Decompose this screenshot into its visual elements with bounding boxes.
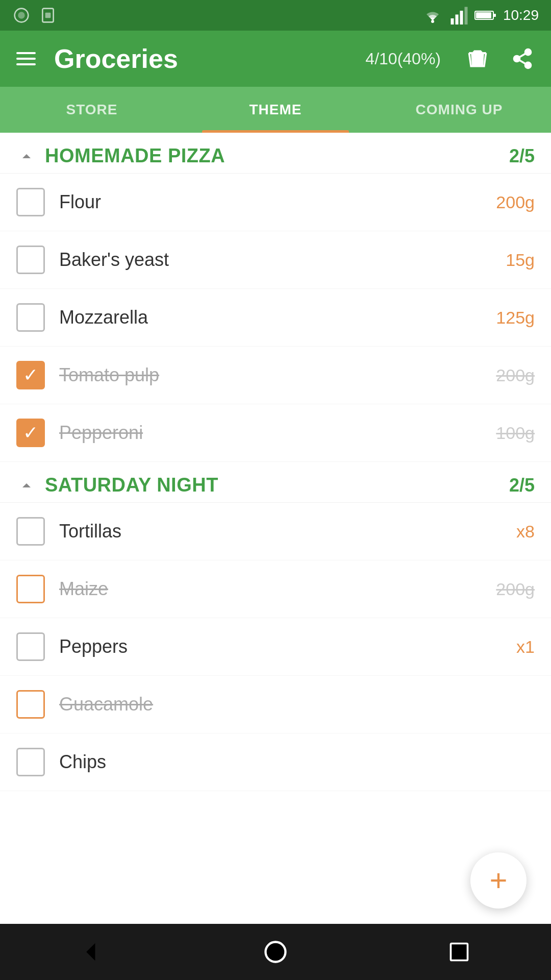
- delete-button[interactable]: [465, 46, 490, 71]
- status-bar: 10:29: [0, 0, 551, 31]
- item-qty-pepperoni: 100g: [496, 423, 535, 443]
- app-bar-actions: [465, 46, 535, 71]
- add-button[interactable]: +: [470, 852, 527, 909]
- checkbox-tortillas[interactable]: [16, 517, 45, 546]
- list-item: Guacamole: [0, 676, 551, 733]
- item-qty-peppers: x1: [516, 637, 535, 657]
- tab-theme[interactable]: THEME: [184, 87, 367, 133]
- menu-button[interactable]: [16, 52, 36, 65]
- item-name-bakers-yeast: Baker's yeast: [59, 249, 497, 271]
- svg-rect-5: [450, 18, 454, 24]
- item-name-pepperoni: Pepperoni: [59, 422, 488, 444]
- list-item: ✓ Pepperoni 100g: [0, 404, 551, 462]
- checkbox-mozzarella[interactable]: [16, 303, 45, 332]
- list-item: Flour 200g: [0, 174, 551, 231]
- svg-point-18: [525, 50, 531, 55]
- svg-rect-8: [464, 7, 467, 25]
- list-item: Tortillas x8: [0, 503, 551, 560]
- item-qty-maize: 200g: [496, 579, 535, 599]
- tabs: STORE THEME COMING UP: [0, 87, 551, 133]
- checkbox-pepperoni[interactable]: ✓: [16, 419, 45, 447]
- item-name-chips: Chips: [59, 751, 535, 773]
- home-button[interactable]: [250, 934, 301, 970]
- svg-marker-23: [86, 943, 95, 961]
- section-header-saturday-night: SATURDAY NIGHT 2/5: [0, 462, 551, 503]
- item-name-tortillas: Tortillas: [59, 521, 508, 542]
- item-name-flour: Flour: [59, 191, 488, 213]
- section-homemade-pizza: HOMEMADE PIZZA 2/5 Flour 200g Baker's ye…: [0, 133, 551, 462]
- item-qty-tomato-pulp: 200g: [496, 365, 535, 385]
- sim-icon: [39, 6, 57, 24]
- list-item: Maize 200g: [0, 560, 551, 618]
- checkbox-peppers[interactable]: [16, 632, 45, 661]
- svg-point-19: [514, 56, 520, 62]
- checkbox-chips[interactable]: [16, 748, 45, 776]
- app-bar: Groceries 4/10(40%): [0, 31, 551, 87]
- checkbox-maize[interactable]: [16, 575, 45, 603]
- checkmark-icon: ✓: [23, 424, 38, 442]
- item-qty-tortillas: x8: [516, 522, 535, 542]
- section-saturday-night: SATURDAY NIGHT 2/5 Tortillas x8 Maize 20…: [0, 462, 551, 791]
- checkbox-guacamole[interactable]: [16, 690, 45, 719]
- recent-button[interactable]: [434, 934, 485, 970]
- section-title-saturday-night: SATURDAY NIGHT: [45, 474, 509, 496]
- status-bar-right: 10:29: [421, 6, 539, 24]
- item-name-maize: Maize: [59, 578, 488, 600]
- svg-line-22: [519, 54, 526, 57]
- list-item: Peppers x1: [0, 618, 551, 676]
- list-item: Chips: [0, 733, 551, 791]
- item-qty-flour: 200g: [496, 192, 535, 212]
- status-bar-left: [12, 6, 57, 24]
- add-icon: +: [489, 865, 507, 896]
- section-count-homemade-pizza: 2/5: [509, 145, 535, 167]
- svg-point-24: [266, 942, 286, 962]
- item-name-peppers: Peppers: [59, 636, 508, 657]
- list-item: Mozzarella 125g: [0, 289, 551, 347]
- checkbox-flour[interactable]: [16, 188, 45, 216]
- checkbox-tomato-pulp[interactable]: ✓: [16, 361, 45, 389]
- content: HOMEMADE PIZZA 2/5 Flour 200g Baker's ye…: [0, 133, 551, 883]
- list-item: Baker's yeast 15g: [0, 231, 551, 289]
- back-button[interactable]: [66, 934, 117, 970]
- signal-icon: [450, 6, 468, 24]
- svg-point-20: [525, 62, 531, 68]
- battery-icon: [474, 6, 497, 24]
- item-name-mozzarella: Mozzarella: [59, 307, 488, 328]
- section-header-homemade-pizza: HOMEMADE PIZZA 2/5: [0, 133, 551, 174]
- section-count-saturday-night: 2/5: [509, 475, 535, 496]
- svg-rect-11: [476, 12, 491, 18]
- collapse-saturday-night[interactable]: [16, 475, 37, 496]
- item-name-tomato-pulp: Tomato pulp: [59, 364, 488, 386]
- collapse-homemade-pizza[interactable]: [16, 146, 37, 166]
- svg-rect-6: [455, 15, 458, 25]
- checkbox-bakers-yeast[interactable]: [16, 246, 45, 274]
- circle-icon: [12, 6, 31, 24]
- tab-coming-up[interactable]: COMING UP: [367, 87, 551, 133]
- svg-point-4: [431, 20, 434, 23]
- item-name-guacamole: Guacamole: [59, 694, 535, 715]
- svg-rect-3: [45, 13, 51, 18]
- section-title-homemade-pizza: HOMEMADE PIZZA: [45, 145, 509, 167]
- item-qty-bakers-yeast: 15g: [506, 250, 535, 270]
- item-count: 4/10(40%): [365, 50, 441, 68]
- checkmark-icon: ✓: [23, 366, 38, 384]
- bottom-nav: [0, 924, 551, 980]
- wifi-icon: [421, 6, 444, 24]
- svg-line-21: [519, 60, 526, 64]
- share-button[interactable]: [510, 46, 535, 71]
- svg-point-1: [18, 12, 24, 18]
- item-qty-mozzarella: 125g: [496, 308, 535, 328]
- svg-rect-10: [493, 14, 496, 17]
- tab-store[interactable]: STORE: [0, 87, 184, 133]
- app-title: Groceries: [54, 43, 365, 74]
- svg-rect-25: [451, 944, 468, 961]
- status-time: 10:29: [503, 7, 539, 23]
- list-item: ✓ Tomato pulp 200g: [0, 347, 551, 404]
- svg-rect-7: [460, 11, 463, 24]
